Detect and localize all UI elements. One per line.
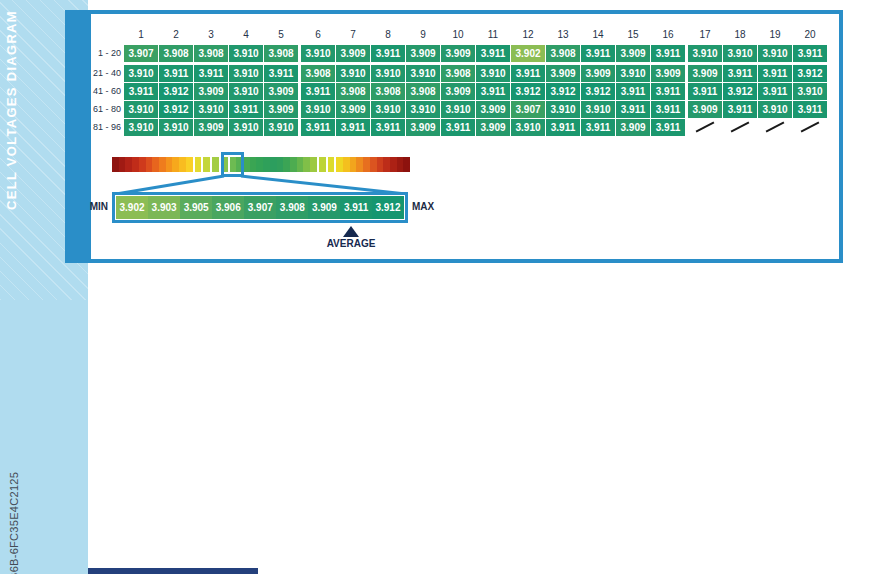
voltage-cell: 3.908 (301, 65, 335, 82)
scale-segment (350, 157, 357, 172)
voltage-cell: 3.907 (511, 101, 545, 118)
voltage-cell: 3.910 (688, 45, 722, 62)
voltage-cell: 3.909 (651, 65, 685, 82)
column-header: 3 (194, 29, 228, 40)
voltage-cell: 3.911 (264, 65, 298, 82)
scale-segment (403, 157, 410, 172)
column-header: 8 (371, 29, 405, 40)
voltage-cell: 3.909 (476, 119, 510, 136)
legend-value-cell: 3.911 (340, 196, 372, 219)
voltage-cell: 3.909 (336, 101, 370, 118)
voltage-cell: 3.910 (229, 119, 263, 136)
scale-segment (179, 157, 186, 172)
voltage-cell: 3.912 (581, 83, 615, 100)
empty-cell-slash (793, 119, 827, 136)
voltage-cell: 3.910 (194, 101, 228, 118)
legend-value-cell: 3.912 (372, 196, 404, 219)
voltage-cell: 3.911 (371, 119, 405, 136)
voltage-cell: 3.910 (159, 119, 193, 136)
column-header: 10 (441, 29, 475, 40)
voltage-cell: 3.909 (264, 83, 298, 100)
empty-cell-slash (723, 119, 757, 136)
column-header: 12 (511, 29, 545, 40)
row-label: 1 - 20 (91, 45, 121, 62)
voltage-cell: 3.910 (758, 45, 792, 62)
scale-segment (343, 157, 350, 172)
legend-value-cell: 3.902 (116, 196, 148, 219)
voltage-cell: 3.911 (476, 45, 510, 62)
voltage-cell: 3.910 (371, 65, 405, 82)
scale-segment (250, 157, 257, 172)
scale-segment (270, 157, 277, 172)
voltage-cell: 3.909 (441, 83, 475, 100)
voltage-cell: 3.911 (124, 83, 158, 100)
scale-segment (310, 157, 317, 172)
voltage-cell: 3.910 (124, 119, 158, 136)
voltage-cell: 3.911 (723, 65, 757, 82)
voltage-cell: 3.911 (441, 119, 475, 136)
voltage-cell: 3.911 (581, 45, 615, 62)
column-header: 7 (336, 29, 370, 40)
scale-segment (377, 157, 384, 172)
voltage-cell: 3.910 (124, 101, 158, 118)
legend-value-cell: 3.903 (148, 196, 180, 219)
voltage-cell: 3.909 (336, 45, 370, 62)
legend-value-cell: 3.906 (212, 196, 244, 219)
voltage-cell: 3.910 (124, 65, 158, 82)
table-row: 61 - 803.9103.9123.9103.9113.9093.9103.9… (91, 101, 828, 118)
voltage-cell: 3.909 (688, 101, 722, 118)
scale-segment (172, 157, 179, 172)
scale-segment (152, 157, 159, 172)
column-header: 19 (758, 29, 792, 40)
scale-segment (290, 157, 297, 172)
voltage-cell: 3.910 (229, 83, 263, 100)
voltage-cell: 3.910 (371, 101, 405, 118)
column-header: 4 (229, 29, 263, 40)
voltage-table: 12345678910111213141516171819201 - 203.9… (91, 27, 828, 137)
scale-segment (112, 157, 119, 172)
column-header: 13 (546, 29, 580, 40)
row-label: 81 - 96 (91, 119, 121, 136)
voltage-cell: 3.908 (371, 83, 405, 100)
voltage-cell: 3.910 (264, 119, 298, 136)
column-header: 1 (124, 29, 158, 40)
column-header: 5 (264, 29, 298, 40)
scale-segment (297, 157, 304, 172)
scale-segment (328, 157, 335, 172)
panel-title: CELL VOLTAGES DIAGRAM (4, 10, 19, 210)
voltage-cell: 3.909 (581, 65, 615, 82)
horizontal-scrollbar-thumb[interactable] (88, 568, 258, 574)
scale-segment (319, 157, 326, 172)
table-row: 1 - 203.9073.9083.9083.9103.9083.9103.90… (91, 45, 828, 62)
scale-segment (370, 157, 377, 172)
voltage-cell: 3.911 (758, 83, 792, 100)
scale-segment (256, 157, 263, 172)
voltage-cell: 3.911 (651, 119, 685, 136)
scale-segment (166, 157, 173, 172)
voltage-cell: 3.910 (546, 101, 580, 118)
scale-segment (277, 157, 284, 172)
column-header: 20 (793, 29, 827, 40)
voltage-cell: 3.909 (476, 101, 510, 118)
scale-segment (363, 157, 370, 172)
voltage-cell: 3.911 (476, 83, 510, 100)
voltage-cell: 3.911 (336, 119, 370, 136)
voltage-cell: 3.908 (194, 45, 228, 62)
voltage-cell: 3.909 (616, 45, 650, 62)
slash-icon (766, 122, 785, 133)
voltage-cell: 3.912 (723, 83, 757, 100)
scale-segment (125, 157, 132, 172)
voltage-cell: 3.911 (758, 65, 792, 82)
column-header: 14 (581, 29, 615, 40)
scale-segment (303, 157, 310, 172)
scale-segment (159, 157, 166, 172)
voltage-cell: 3.910 (476, 65, 510, 82)
voltage-cell: 3.910 (441, 101, 475, 118)
voltage-cell: 3.911 (511, 65, 545, 82)
cell-voltages-screen: B6B-6FC35E4C2125 CELL VOLTAGES DIAGRAM 1… (0, 0, 883, 574)
voltage-cell: 3.910 (406, 65, 440, 82)
scale-segment (146, 157, 153, 172)
legend-value-cell: 3.905 (180, 196, 212, 219)
voltage-cell: 3.909 (616, 119, 650, 136)
voltage-cell: 3.911 (793, 45, 827, 62)
